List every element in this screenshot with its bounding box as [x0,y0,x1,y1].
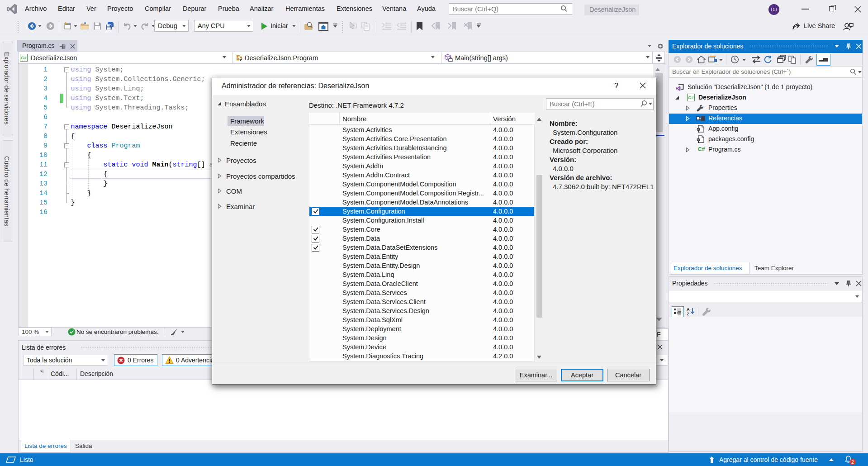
svg-text:Z: Z [687,312,689,316]
svg-text:A: A [687,307,690,312]
